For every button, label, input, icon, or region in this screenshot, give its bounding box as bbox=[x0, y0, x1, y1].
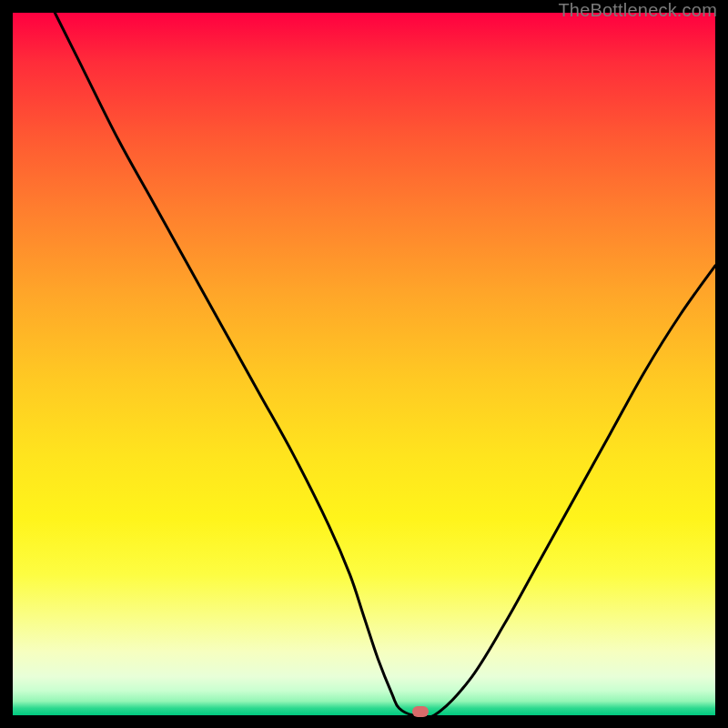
plot-area bbox=[13, 13, 715, 715]
bottleneck-curve-path bbox=[55, 13, 715, 718]
watermark-text: TheBottleneck.com bbox=[558, 0, 717, 21]
minimum-marker bbox=[412, 706, 429, 717]
curve-svg bbox=[13, 13, 715, 715]
chart-container: TheBottleneck.com bbox=[0, 0, 728, 728]
